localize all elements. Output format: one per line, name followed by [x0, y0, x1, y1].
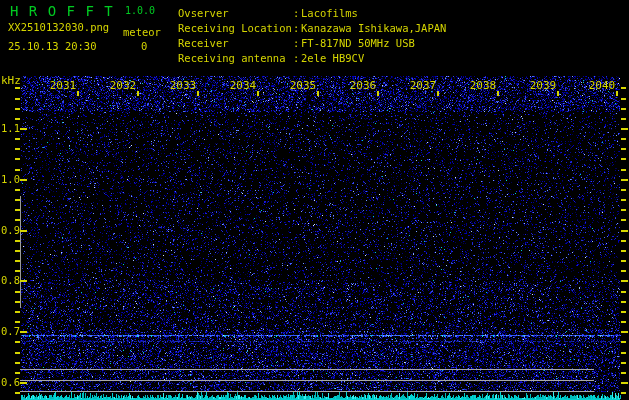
station-info-block: Ovserver:LacofilmsReceiving Location:Kan…	[178, 6, 446, 66]
freq-tick-label: 0.9	[1, 225, 19, 236]
freq-tick-label: 0.6	[1, 377, 19, 388]
time-tick-label: 2038	[469, 80, 497, 91]
station-info-row: Receiver:FT-817ND 50MHz USB	[178, 36, 446, 51]
station-info-value: 2ele HB9CV	[301, 52, 364, 64]
output-filename: XX2510132030.png	[8, 22, 109, 33]
time-tick-label: 2037	[409, 80, 437, 91]
freq-tick-label: 0.7	[1, 326, 19, 337]
meteor-count-value: 0	[141, 41, 147, 52]
freq-tick-label: 0.8	[1, 275, 19, 286]
station-info-row: Ovserver:Lacofilms	[178, 6, 446, 21]
station-info-row: Receiving antenna:2ele HB9CV	[178, 51, 446, 66]
station-info-separator: :	[293, 21, 301, 36]
time-tick-label: 2032	[109, 80, 137, 91]
time-tick-label: 2033	[169, 80, 197, 91]
app-title: H R O F F T	[10, 4, 114, 18]
time-tick-label: 2031	[49, 80, 77, 91]
app-version: 1.0.0	[125, 6, 155, 16]
meteor-count-label: meteor	[123, 27, 161, 38]
station-info-separator: :	[293, 36, 301, 51]
station-info-value: FT-817ND 50MHz USB	[301, 37, 415, 49]
station-info-separator: :	[293, 51, 301, 66]
time-tick-label: 2036	[349, 80, 377, 91]
station-info-value: Kanazawa Ishikawa,JAPAN	[301, 22, 446, 34]
freq-axis-unit-label: kHz	[1, 75, 21, 86]
station-info-label: Receiver	[178, 36, 293, 51]
freq-tick-label: 1.0	[1, 174, 19, 185]
station-info-label: Receiving Location	[178, 21, 293, 36]
time-tick-label: 2034	[229, 80, 257, 91]
station-info-separator: :	[293, 6, 301, 21]
hrofft-screen: H R O F F T 1.0.0 XX2510132030.png meteo…	[0, 0, 629, 400]
station-info-label: Ovserver	[178, 6, 293, 21]
station-info-label: Receiving antenna	[178, 51, 293, 66]
station-info-value: Lacofilms	[301, 7, 358, 19]
time-tick-label: 2035	[289, 80, 317, 91]
freq-tick-label: 1.1	[1, 123, 19, 134]
station-info-row: Receiving Location:Kanazawa Ishikawa,JAP…	[178, 21, 446, 36]
time-tick-label: 2040	[588, 80, 616, 91]
time-tick-label: 2039	[529, 80, 557, 91]
observation-timestamp: 25.10.13 20:30	[8, 41, 97, 52]
